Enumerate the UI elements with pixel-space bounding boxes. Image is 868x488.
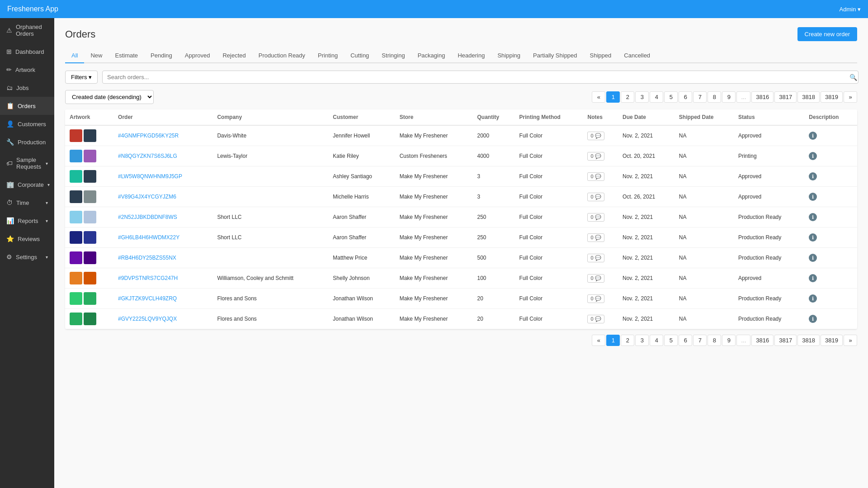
order-link[interactable]: #LW5W8QNWHNM9J5GP	[118, 173, 182, 180]
page-3819-button[interactable]: 3819	[821, 335, 843, 346]
info-icon[interactable]: ℹ	[809, 254, 817, 262]
page-3-button[interactable]: 3	[635, 91, 649, 103]
note-badge[interactable]: 0 💬	[587, 274, 604, 283]
page-5-button[interactable]: 5	[664, 91, 678, 103]
info-icon[interactable]: ℹ	[809, 172, 817, 180]
table-row: #GH6LB4H6HWDMX22YShort LLCAaron ShafferM…	[65, 227, 857, 248]
page-2-button[interactable]: 2	[621, 335, 634, 346]
note-badge[interactable]: 0 💬	[587, 152, 604, 161]
tab-headering[interactable]: Headering	[451, 48, 491, 63]
info-icon[interactable]: ℹ	[809, 152, 817, 160]
tab-shipped[interactable]: Shipped	[584, 48, 618, 63]
note-badge[interactable]: 0 💬	[587, 213, 604, 222]
tab-partially-shipped[interactable]: Partially Shipped	[527, 48, 584, 63]
page-7-button[interactable]: 7	[693, 91, 707, 103]
printing-method-cell: Full Color	[515, 268, 583, 289]
page-3817-button[interactable]: 3817	[774, 91, 797, 103]
page-4-button[interactable]: 4	[650, 91, 663, 103]
info-icon[interactable]: ℹ	[809, 193, 817, 201]
filters-button[interactable]: Filters ▾	[65, 71, 98, 84]
page-8-button[interactable]: 8	[708, 91, 721, 103]
note-badge[interactable]: 0 💬	[587, 172, 604, 181]
note-badge[interactable]: 0 💬	[587, 254, 604, 262]
admin-menu[interactable]: Admin ▾	[840, 6, 861, 13]
page-3818-button[interactable]: 3818	[797, 335, 820, 346]
page-2-button[interactable]: 2	[621, 91, 634, 103]
page-3817-button[interactable]: 3817	[774, 335, 797, 346]
tab-shipping[interactable]: Shipping	[491, 48, 527, 63]
info-icon[interactable]: ℹ	[809, 274, 817, 282]
search-button[interactable]: 🔍	[849, 74, 857, 81]
tab-estimate[interactable]: Estimate	[108, 48, 144, 63]
sidebar-item-reviews[interactable]: ⭐Reviews	[0, 230, 54, 248]
create-new-order-button[interactable]: Create new order	[797, 27, 857, 41]
next-page-button[interactable]: »	[844, 91, 857, 103]
sidebar-item-artwork[interactable]: ✏Artwork	[0, 61, 54, 79]
sidebar-item-orphaned-orders[interactable]: ⚠Orphaned Orders	[0, 18, 54, 43]
order-link[interactable]: #GH6LB4H6HWDMX22Y	[118, 234, 179, 241]
sidebar-item-customers[interactable]: 👤Customers	[0, 115, 54, 133]
tab-cutting[interactable]: Cutting	[344, 48, 375, 63]
tab-all[interactable]: All	[65, 48, 84, 63]
page-3818-button[interactable]: 3818	[797, 91, 820, 103]
tab-printing[interactable]: Printing	[311, 48, 344, 63]
sort-select[interactable]: Created date (descending)Created date (a…	[65, 90, 154, 104]
tab-cancelled[interactable]: Cancelled	[618, 48, 656, 63]
tab-pending[interactable]: Pending	[144, 48, 179, 63]
order-link[interactable]: #RB4H6DY25BZS55NX	[118, 255, 176, 261]
sidebar-item-sample-requests[interactable]: 🏷Sample Requests▾	[0, 151, 54, 175]
sidebar-item-reports[interactable]: 📊Reports▾	[0, 212, 54, 230]
sidebar-item-production[interactable]: 🔧Production	[0, 133, 54, 151]
page-1-button[interactable]: 1	[606, 91, 620, 103]
tab-new[interactable]: New	[84, 48, 108, 63]
note-badge[interactable]: 0 💬	[587, 233, 604, 242]
page-4-button[interactable]: 4	[650, 335, 663, 346]
order-link[interactable]: #GVY2225LQV9YQJQX	[118, 316, 177, 322]
page-3-button[interactable]: 3	[635, 335, 649, 346]
note-badge[interactable]: 0 💬	[587, 193, 604, 201]
tab-production-ready[interactable]: Production Ready	[252, 48, 311, 63]
tab-packaging[interactable]: Packaging	[411, 48, 452, 63]
sidebar-item-jobs[interactable]: 🗂Jobs	[0, 79, 54, 97]
artwork-thumb-1	[70, 170, 82, 183]
page-7-button[interactable]: 7	[693, 335, 707, 346]
sidebar-item-dashboard[interactable]: ⊞Dashboard	[0, 43, 54, 61]
search-input[interactable]	[102, 71, 859, 84]
shipped-date-cell: NA	[675, 125, 734, 146]
page-9-button[interactable]: 9	[722, 335, 736, 346]
prev-page-button[interactable]: «	[592, 91, 605, 103]
info-icon[interactable]: ℹ	[809, 233, 817, 242]
sidebar-item-corporate[interactable]: 🏢Corporate▾	[0, 175, 54, 194]
tab-stringing[interactable]: Stringing	[375, 48, 411, 63]
page-5-button[interactable]: 5	[664, 335, 678, 346]
order-link[interactable]: #2N52JJBKDBDNF8WS	[118, 214, 177, 220]
tab-approved[interactable]: Approved	[179, 48, 217, 63]
info-icon[interactable]: ℹ	[809, 213, 817, 221]
info-icon[interactable]: ℹ	[809, 132, 817, 140]
note-badge[interactable]: 0 💬	[587, 294, 604, 303]
order-link[interactable]: #V89G4JX4YCGYJZM6	[118, 194, 176, 200]
note-badge[interactable]: 0 💬	[587, 132, 604, 140]
order-link[interactable]: #GKJTZK9VCLH49ZRQ	[118, 295, 177, 302]
tab-rejected[interactable]: Rejected	[216, 48, 252, 63]
sidebar-item-settings[interactable]: ⚙Settings▾	[0, 248, 54, 266]
sidebar-item-time[interactable]: ⏱Time▾	[0, 194, 54, 212]
info-icon[interactable]: ℹ	[809, 315, 817, 323]
info-icon[interactable]: ℹ	[809, 294, 817, 303]
sidebar-item-orders[interactable]: 📋Orders	[0, 97, 54, 115]
page-8-button[interactable]: 8	[708, 335, 721, 346]
order-link[interactable]: #N8QGYZKN7S6SJ6LG	[118, 153, 177, 159]
page-6-button[interactable]: 6	[679, 335, 692, 346]
order-link[interactable]: #9DVPSTNRS7CG247H	[118, 275, 178, 281]
prev-page-button[interactable]: «	[592, 335, 605, 346]
page-3819-button[interactable]: 3819	[821, 91, 843, 103]
order-link[interactable]: #4GNMFPKGD56KY25R	[118, 133, 179, 139]
page-1-button[interactable]: 1	[606, 335, 620, 346]
page-3816-button[interactable]: 3816	[751, 91, 774, 103]
next-page-button[interactable]: »	[844, 335, 857, 346]
note-badge[interactable]: 0 💬	[587, 315, 604, 323]
page-6-button[interactable]: 6	[679, 91, 692, 103]
page-9-button[interactable]: 9	[722, 91, 736, 103]
settings-icon: ⚙	[6, 253, 12, 261]
page-3816-button[interactable]: 3816	[751, 335, 774, 346]
